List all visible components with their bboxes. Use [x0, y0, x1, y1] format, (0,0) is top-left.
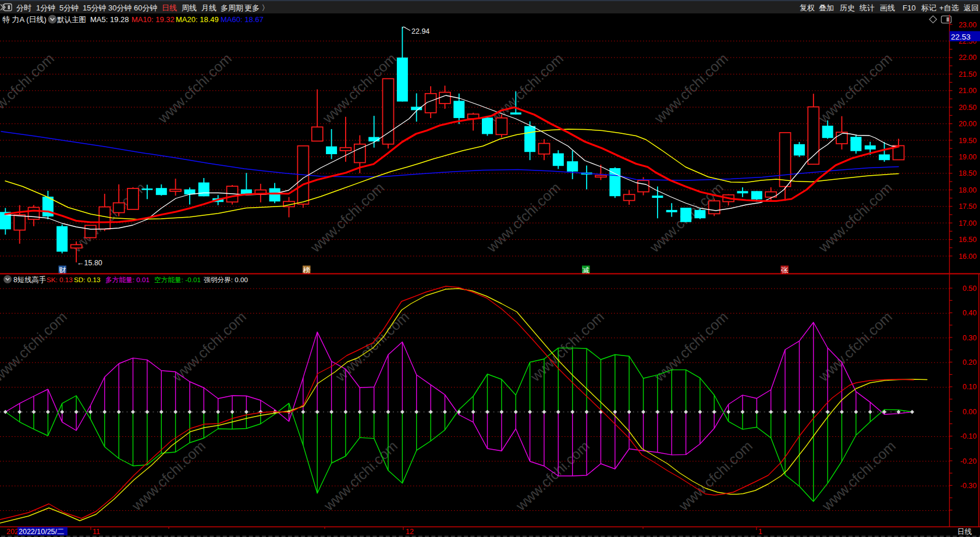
svg-text:默认主图: 默认主图	[57, 16, 86, 24]
svg-text:MA10: 19.32: MA10: 19.32	[132, 15, 175, 24]
svg-text:0.10: 0.10	[963, 383, 977, 391]
svg-text:0.00: 0.00	[963, 408, 977, 416]
svg-text:12: 12	[406, 528, 414, 536]
svg-text:强弱分界: 0.00: 强弱分界: 0.00	[204, 276, 248, 283]
svg-text:标记: 标记	[921, 3, 936, 12]
svg-text:0.40: 0.40	[963, 309, 977, 317]
svg-text:17.50: 17.50	[958, 202, 977, 211]
svg-text:60分钟: 60分钟	[134, 3, 157, 12]
svg-text:0.50: 0.50	[963, 284, 977, 293]
svg-text:+自选: +自选	[939, 3, 959, 12]
svg-text:分时: 分时	[16, 3, 31, 12]
svg-text:5分钟: 5分钟	[59, 3, 79, 12]
svg-text:减: 减	[583, 266, 590, 275]
svg-text:8短线高手: 8短线高手	[13, 276, 47, 284]
svg-text:SD: 0.13: SD: 0.13	[74, 276, 100, 283]
svg-text:15分钟: 15分钟	[83, 3, 106, 12]
svg-text:月线: 月线	[201, 3, 216, 12]
svg-text:更多 〉: 更多 〉	[244, 3, 269, 12]
svg-text:统计: 统计	[859, 3, 875, 12]
svg-text:空方能量: -0.01: 空方能量: -0.01	[154, 276, 201, 283]
svg-text:特 力A (日线): 特 力A (日线)	[2, 15, 47, 24]
svg-text:MA20: 18.49: MA20: 18.49	[176, 15, 219, 24]
svg-text:MA60: 18.67: MA60: 18.67	[221, 15, 264, 24]
svg-text:21.50: 21.50	[958, 70, 977, 79]
svg-text:多方能量: 0.01: 多方能量: 0.01	[105, 276, 150, 283]
svg-text:多周期: 多周期	[221, 3, 243, 12]
svg-text:复权: 复权	[800, 3, 815, 12]
svg-text:-0.20: -0.20	[960, 457, 977, 465]
svg-text:16.50: 16.50	[958, 236, 977, 244]
svg-text:19.00: 19.00	[958, 153, 977, 161]
svg-text:周线: 周线	[182, 3, 197, 12]
svg-text:历史: 历史	[840, 3, 855, 12]
svg-text:1: 1	[758, 528, 762, 536]
svg-text:22.94: 22.94	[411, 27, 429, 35]
svg-text:18.50: 18.50	[958, 169, 977, 177]
svg-text:画线: 画线	[880, 3, 895, 12]
svg-text:11: 11	[93, 528, 100, 536]
svg-text:0.30: 0.30	[963, 334, 977, 342]
svg-text:20.00: 20.00	[958, 120, 977, 128]
svg-text:2022/10/25/二: 2022/10/25/二	[19, 528, 65, 536]
svg-text:1分钟: 1分钟	[36, 3, 55, 12]
svg-text:日线: 日线	[957, 528, 972, 536]
svg-text:19.50: 19.50	[958, 137, 977, 145]
svg-text:张: 张	[781, 266, 789, 275]
svg-text:MA5: 19.28: MA5: 19.28	[90, 15, 129, 24]
svg-text:202: 202	[6, 528, 19, 536]
svg-text:-0.30: -0.30	[960, 482, 977, 490]
svg-text:22.53: 22.53	[951, 33, 971, 41]
svg-text:叠加: 叠加	[819, 3, 834, 12]
svg-text:SK: 0.13: SK: 0.13	[47, 276, 73, 283]
svg-text:22.00: 22.00	[958, 54, 977, 62]
svg-text:21.00: 21.00	[958, 87, 977, 95]
svg-text:16.00: 16.00	[958, 253, 977, 261]
svg-text:←15.80: ←15.80	[77, 259, 102, 267]
svg-text:-0.10: -0.10	[960, 432, 977, 440]
svg-text:F10: F10	[903, 3, 915, 12]
svg-text:23.00: 23.00	[958, 21, 977, 29]
svg-text:财: 财	[59, 266, 66, 275]
svg-text:17.00: 17.00	[958, 219, 977, 227]
svg-text:30分钟: 30分钟	[108, 3, 132, 12]
svg-text:18.00: 18.00	[958, 186, 977, 194]
svg-text:20.50: 20.50	[958, 104, 977, 112]
svg-text:日线: 日线	[162, 3, 177, 12]
svg-text:0.20: 0.20	[963, 358, 977, 367]
svg-text:返回: 返回	[964, 3, 979, 12]
svg-text:榜: 榜	[303, 266, 311, 275]
